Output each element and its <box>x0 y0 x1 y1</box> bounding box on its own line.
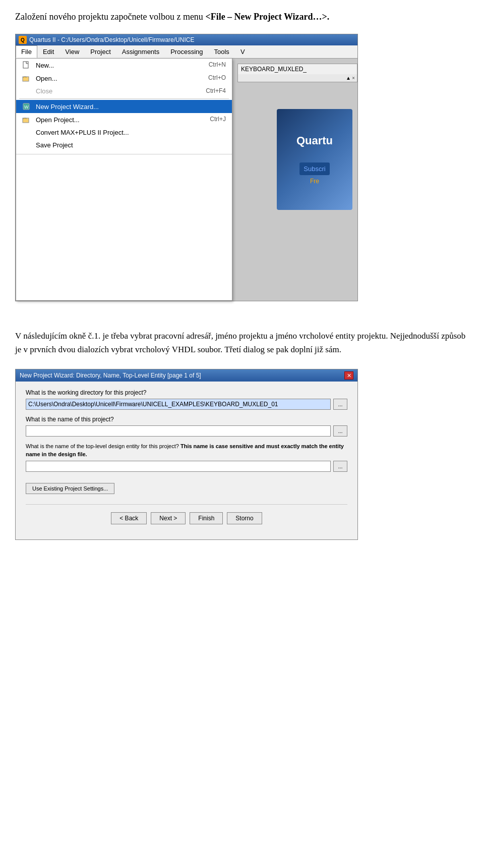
wizard-icon: W <box>22 102 33 111</box>
convert-label: Convert MAX+PLUS II Project... <box>36 129 129 136</box>
dialog-titlebar-buttons: ✕ <box>344 371 353 379</box>
dialog-screenshot: New Project Wizard: Directory, Name, Top… <box>15 369 358 540</box>
subwindow-controls: ▲ × <box>346 75 355 81</box>
quartus-icon: Q <box>19 36 27 44</box>
dialog-q3-label: What is the name of the top-level design… <box>26 443 347 458</box>
use-existing-button[interactable]: Use Existing Project Settings... <box>26 483 114 494</box>
menu-item-save-project[interactable]: Save Project <box>16 139 232 151</box>
intro-text-before: Založení nového projektu započnete volbo… <box>15 12 205 22</box>
open-file-icon <box>22 74 33 82</box>
new-project-wizard-label: New Project Wizard... <box>36 103 99 111</box>
menu-item-new[interactable]: New... Ctrl+N <box>16 59 232 72</box>
quartus-title: Quartus II - C:/Users/Ondra/Desktop/Unic… <box>29 36 194 43</box>
new-label: New... <box>36 62 54 69</box>
intro-paragraph: Založení nového projektu započnete volbo… <box>15 10 469 24</box>
menu-assignments[interactable]: Assignments <box>116 45 165 58</box>
storno-button[interactable]: Storno <box>227 512 262 524</box>
open-project-icon <box>22 116 33 124</box>
close-label: Close <box>36 87 52 95</box>
save-project-label: Save Project <box>36 141 73 149</box>
back-button[interactable]: < Back <box>111 512 147 524</box>
quartus-titlebar: Q Quartus II - C:/Users/Ondra/Desktop/Un… <box>16 34 357 45</box>
new-file-icon <box>22 61 33 69</box>
dialog-q2-row: ... <box>26 425 347 437</box>
dialog-q3-input[interactable] <box>26 461 331 472</box>
menu-item-convert[interactable]: Convert MAX+PLUS II Project... <box>16 126 232 139</box>
open-project-shortcut: Ctrl+J <box>210 116 226 124</box>
quartus-content: New... Ctrl+N Open... Ctrl+O Close <box>16 59 357 301</box>
open-label: Open... <box>36 75 57 82</box>
quartus-brand-box: Quartu Subscri Fre <box>277 109 352 210</box>
menu-file[interactable]: File <box>16 45 37 58</box>
open-project-label: Open Project... <box>36 116 80 124</box>
dialog-q1-row: ... <box>26 399 347 410</box>
menu-item-open[interactable]: Open... Ctrl+O <box>16 72 232 85</box>
separator-1 <box>19 98 229 99</box>
new-shortcut: Ctrl+N <box>209 61 226 69</box>
section-text-1: V následujícím okně č.1. je třeba vybrat… <box>15 331 390 341</box>
dialog-q2-input[interactable] <box>26 425 331 437</box>
menu-project[interactable]: Project <box>85 45 116 58</box>
dialog-close-btn[interactable]: ✕ <box>344 371 353 379</box>
svg-text:W: W <box>24 104 29 110</box>
dialog-q1-browse-btn[interactable]: ... <box>333 399 347 410</box>
dialog-q2-label: What is the name of this project? <box>26 416 347 423</box>
dialog-q3-browse-btn[interactable]: ... <box>333 461 347 472</box>
file-dropdown-menu: New... Ctrl+N Open... Ctrl+O Close <box>16 59 232 301</box>
quartus-menubar: File Edit View Project Assignments Proce… <box>16 45 357 59</box>
menu-item-open-project[interactable]: Open Project... Ctrl+J <box>16 113 232 126</box>
open-shortcut: Ctrl+O <box>208 74 226 82</box>
dialog-q1-input[interactable] <box>26 399 331 410</box>
dialog-q1-label: What is the working directory for this p… <box>26 389 347 396</box>
dialog-title: New Project Wizard: Directory, Name, Top… <box>20 372 201 379</box>
intro-bold: <File – New Project Wizard…>. <box>205 12 329 22</box>
menu-item-close[interactable]: Close Ctrl+F4 <box>16 85 232 97</box>
menu-item-new-project-wizard[interactable]: W New Project Wizard... <box>16 100 232 113</box>
menu-more[interactable]: V <box>235 45 251 58</box>
quartus-screenshot: Q Quartus II - C:/Users/Ondra/Desktop/Un… <box>15 34 358 301</box>
section-text-3: Třetí dialog se pak doplní již sám. <box>224 345 341 354</box>
menu-edit[interactable]: Edit <box>37 45 59 58</box>
quartus-right-panel: KEYBOARD_MUXLED_ ▲ × Quartu Subscri Fre <box>232 59 357 301</box>
menu-view[interactable]: View <box>59 45 85 58</box>
keyboard-label: KEYBOARD_MUXLED_ <box>238 64 357 74</box>
menu-tools[interactable]: Tools <box>209 45 235 58</box>
dialog-footer: < Back Next > Finish Storno <box>26 504 347 532</box>
menu-item-more <box>16 154 232 164</box>
subscribe-text: Subscri <box>299 162 329 175</box>
dialog-titlebar: New Project Wizard: Directory, Name, Top… <box>16 369 357 382</box>
subwindow: KEYBOARD_MUXLED_ ▲ × <box>237 64 357 82</box>
next-button[interactable]: Next > <box>151 512 186 524</box>
brand-text: Quartu <box>296 134 333 147</box>
dialog-body: What is the working directory for this p… <box>16 382 357 539</box>
svg-rect-0 <box>23 62 28 68</box>
dialog-q3-row: ... <box>26 461 347 472</box>
section-paragraph: V následujícím okně č.1. je třeba vybrat… <box>15 329 469 356</box>
finish-button[interactable]: Finish <box>190 512 223 524</box>
free-text: Fre <box>310 178 319 185</box>
dialog-q2-browse-btn[interactable]: ... <box>333 425 347 437</box>
close-shortcut: Ctrl+F4 <box>206 87 226 95</box>
menu-processing[interactable]: Processing <box>165 45 208 58</box>
